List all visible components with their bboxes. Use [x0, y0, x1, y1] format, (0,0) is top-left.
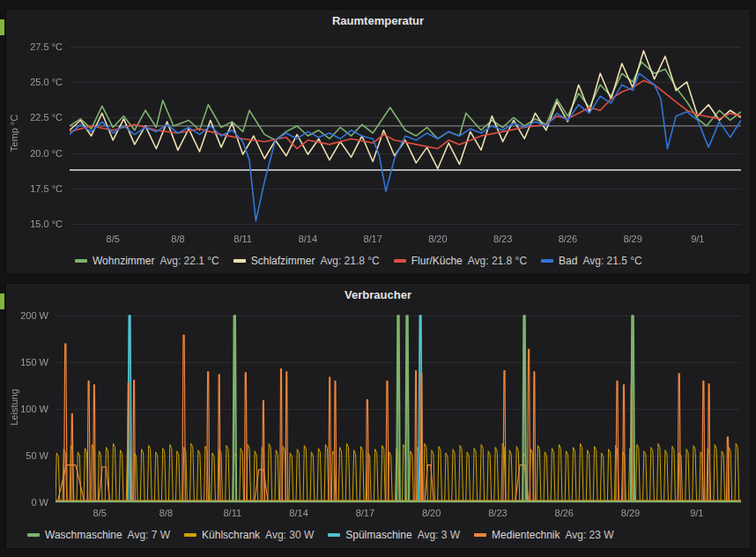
grafana-dashboard: Raumtemperatur Wohnzimmer Avg: 22.1 °C S… [0, 0, 756, 557]
series-color-icon [474, 533, 486, 537]
series-avg: Avg: 21.8 °C [468, 255, 527, 267]
legend-item-schlafzimmer[interactable]: Schlafzimmer Avg: 21.8 °C [233, 255, 380, 267]
panel-raumtemperatur: Raumtemperatur Wohnzimmer Avg: 22.1 °C S… [5, 9, 751, 275]
series-name: Kühlschrank [202, 529, 260, 541]
series-avg: Avg: 7 W [128, 529, 170, 541]
series-color-icon [328, 533, 340, 537]
series-avg: Avg: 30 W [265, 529, 314, 541]
legend-item-flur-kueche[interactable]: Flur/Küche Avg: 21.8 °C [394, 255, 527, 267]
series-avg: Avg: 21.8 °C [320, 255, 379, 267]
series-color-icon [27, 533, 40, 537]
series-avg: Avg: 21.5 °C [582, 255, 641, 267]
panel-indicator [0, 293, 4, 309]
series-color-icon [233, 259, 246, 263]
legend-item-medientechnik[interactable]: Medientechnik Avg: 23 W [474, 529, 614, 541]
verbraucher-chart[interactable] [6, 307, 750, 524]
legend: Wohnzimmer Avg: 22.1 °C Schlafzimmer Avg… [6, 249, 750, 272]
panel-title[interactable]: Raumtemperatur [6, 10, 750, 33]
panel-title[interactable]: Verbraucher [6, 284, 750, 307]
series-name: Spülmaschine [345, 529, 411, 541]
series-color-icon [75, 259, 87, 263]
legend-item-spuelmaschine[interactable]: Spülmaschine Avg: 3 W [328, 529, 460, 541]
series-name: Wohnzimmer [93, 255, 154, 267]
series-color-icon [541, 259, 553, 263]
legend: Waschmaschine Avg: 7 W Kühlschrank Avg: … [6, 524, 750, 546]
legend-item-waschmaschine[interactable]: Waschmaschine Avg: 7 W [27, 529, 170, 541]
legend-item-wohnzimmer[interactable]: Wohnzimmer Avg: 22.1 °C [75, 255, 219, 267]
panel-verbraucher: Verbraucher Waschmaschine Avg: 7 W Kühls… [5, 283, 751, 549]
series-name: Bad [559, 255, 577, 267]
panel-indicator [0, 19, 4, 35]
series-color-icon [184, 533, 196, 537]
series-avg: Avg: 3 W [418, 529, 460, 541]
series-name: Waschmaschine [45, 529, 122, 541]
series-avg: Avg: 23 W [565, 529, 613, 541]
series-name: Medientechnik [492, 529, 560, 541]
series-avg: Avg: 22.1 °C [159, 255, 219, 267]
raumtemperatur-chart[interactable] [6, 33, 750, 249]
legend-item-bad[interactable]: Bad Avg: 21.5 °C [541, 255, 642, 267]
series-name: Flur/Küche [411, 255, 463, 267]
series-color-icon [394, 259, 406, 263]
series-name: Schlafzimmer [251, 255, 315, 267]
legend-item-kuehlschrank[interactable]: Kühlschrank Avg: 30 W [184, 529, 314, 541]
